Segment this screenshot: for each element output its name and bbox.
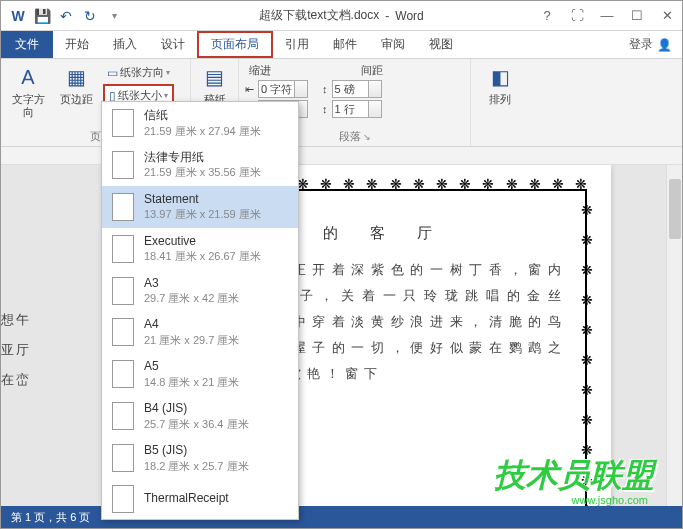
tab-home[interactable]: 开始 <box>53 31 101 58</box>
size-thumb-icon <box>112 485 134 513</box>
size-thumb-icon <box>112 277 134 305</box>
ribbon-display-button[interactable]: ⛶ <box>562 1 592 31</box>
minimize-button[interactable]: — <box>592 1 622 31</box>
login-label: 登录 <box>629 36 653 53</box>
size-name: ThermalReceipt <box>144 491 229 507</box>
size-thumb-icon <box>112 318 134 346</box>
tab-view[interactable]: 视图 <box>417 31 465 58</box>
orientation-button[interactable]: ▭ 纸张方向 ▾ <box>103 63 174 82</box>
size-option-b5-jis-[interactable]: B5 (JIS)18.2 厘米 x 25.7 厘米 <box>102 437 298 479</box>
spacing-after-input[interactable]: 1 行 <box>332 100 382 118</box>
qat-customize[interactable]: ▾ <box>103 5 125 27</box>
size-dim: 21.59 厘米 x 35.56 厘米 <box>144 165 261 179</box>
doc-left-fragment: 想午亚厅在峦 <box>1 305 31 395</box>
spacing-after-icon: ↕ <box>322 103 328 115</box>
size-name: A3 <box>144 276 239 292</box>
page-count[interactable]: 第 1 页，共 6 页 <box>11 510 90 525</box>
orientation-icon: ▭ <box>107 66 118 80</box>
tab-design[interactable]: 设计 <box>149 31 197 58</box>
vertical-scrollbar[interactable] <box>666 165 682 506</box>
size-name: A4 <box>144 317 239 333</box>
size-option--[interactable]: 信纸21.59 厘米 x 27.94 厘米 <box>102 102 298 144</box>
redo-button[interactable]: ↻ <box>79 5 101 27</box>
tab-references[interactable]: 引用 <box>273 31 321 58</box>
watermark-url: www.jsgho.com <box>572 494 648 506</box>
spacing-before-input[interactable]: 5 磅 <box>332 80 382 98</box>
title-bar: W 💾 ↶ ↻ ▾ 超级下载text文档.docx - Word ? ⛶ — ☐… <box>1 1 682 31</box>
size-option-b4-jis-[interactable]: B4 (JIS)25.7 厘米 x 36.4 厘米 <box>102 395 298 437</box>
size-dim: 21 厘米 x 29.7 厘米 <box>144 333 239 347</box>
group-arrange: ◧ 排列 <box>471 59 529 146</box>
indent-head: 缩进 <box>249 63 271 78</box>
size-dim: 29.7 厘米 x 42 厘米 <box>144 291 239 305</box>
size-option-a3[interactable]: A329.7 厘米 x 42 厘米 <box>102 270 298 312</box>
size-thumb-icon <box>112 235 134 263</box>
word-icon[interactable]: W <box>7 5 29 27</box>
ribbon-tabs: 文件 开始 插入 设计 页面布局 引用 邮件 审阅 视图 登录 👤 <box>1 31 682 59</box>
size-name: Statement <box>144 192 261 208</box>
quick-access-toolbar: W 💾 ↶ ↻ ▾ <box>1 5 125 27</box>
window-controls: ? ⛶ — ☐ ✕ <box>532 1 682 31</box>
page-size-menu: 信纸21.59 厘米 x 27.94 厘米法律专用纸21.59 厘米 x 35.… <box>101 101 299 520</box>
size-option-executive[interactable]: Executive18.41 厘米 x 26.67 厘米 <box>102 228 298 270</box>
tab-page-layout[interactable]: 页面布局 <box>197 31 273 58</box>
size-option-a4[interactable]: A421 厘米 x 29.7 厘米 <box>102 311 298 353</box>
size-thumb-icon <box>112 109 134 137</box>
paragraph-dialog-launcher[interactable]: ↘ <box>363 132 371 142</box>
login-area[interactable]: 登录 👤 <box>629 31 682 58</box>
margins-button[interactable]: ▦ 页边距 <box>55 63 97 106</box>
arrange-icon: ◧ <box>486 63 514 91</box>
size-thumb-icon <box>112 193 134 221</box>
size-thumb-icon <box>112 444 134 472</box>
tab-mail[interactable]: 邮件 <box>321 31 369 58</box>
draft-button[interactable]: ▤ 稿纸 <box>197 63 232 106</box>
size-option-statement[interactable]: Statement13.97 厘米 x 21.59 厘米 <box>102 186 298 228</box>
size-option--[interactable]: 法律专用纸21.59 厘米 x 35.56 厘米 <box>102 144 298 186</box>
draft-icon: ▤ <box>201 63 229 91</box>
size-thumb-icon <box>112 151 134 179</box>
text-direction-button[interactable]: A 文字方向 <box>7 63 49 119</box>
size-name: B4 (JIS) <box>144 401 249 417</box>
indent-left-input[interactable]: 0 字符 <box>258 80 308 98</box>
margins-icon: ▦ <box>62 63 90 91</box>
size-name: Executive <box>144 234 261 250</box>
arrange-button[interactable]: ◧ 排列 <box>479 63 521 106</box>
size-option-thermalreceipt[interactable]: ThermalReceipt <box>102 479 298 519</box>
user-icon: 👤 <box>657 38 672 52</box>
size-thumb-icon <box>112 402 134 430</box>
spacing-head: 间距 <box>361 63 383 78</box>
app-name: Word <box>395 9 423 23</box>
size-option-a5[interactable]: A514.8 厘米 x 21 厘米 <box>102 353 298 395</box>
size-name: 法律专用纸 <box>144 150 261 166</box>
size-dim: 25.7 厘米 x 36.4 厘米 <box>144 417 249 431</box>
size-dim: 18.2 厘米 x 25.7 厘米 <box>144 459 249 473</box>
text-direction-icon: A <box>14 63 42 91</box>
undo-button[interactable]: ↶ <box>55 5 77 27</box>
size-dim: 18.41 厘米 x 26.67 厘米 <box>144 249 261 263</box>
help-button[interactable]: ? <box>532 1 562 31</box>
size-name: 信纸 <box>144 108 261 124</box>
border-deco-right: ❋❋❋❋❋❋❋❋❋❋❋❋❋❋❋❋❋❋ <box>581 195 599 506</box>
tab-insert[interactable]: 插入 <box>101 31 149 58</box>
size-name: B5 (JIS) <box>144 443 249 459</box>
tab-file[interactable]: 文件 <box>1 31 53 58</box>
close-button[interactable]: ✕ <box>652 1 682 31</box>
size-name: A5 <box>144 359 239 375</box>
size-dim: 21.59 厘米 x 27.94 厘米 <box>144 124 261 138</box>
indent-left-icon: ⇤ <box>245 83 254 96</box>
save-button[interactable]: 💾 <box>31 5 53 27</box>
tab-review[interactable]: 审阅 <box>369 31 417 58</box>
size-dim: 14.8 厘米 x 21 厘米 <box>144 375 239 389</box>
size-thumb-icon <box>112 360 134 388</box>
document-name: 超级下载text文档.docx <box>259 7 379 24</box>
spacing-before-icon: ↕ <box>322 83 328 95</box>
maximize-button[interactable]: ☐ <box>622 1 652 31</box>
size-dim: 13.97 厘米 x 21.59 厘米 <box>144 207 261 221</box>
window-title: 超级下载text文档.docx - Word <box>259 7 423 24</box>
